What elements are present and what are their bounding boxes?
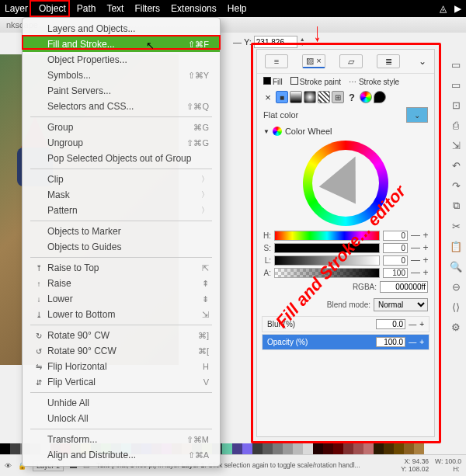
opacity-minus-icon[interactable]: —	[409, 338, 416, 346]
blur-minus-icon[interactable]: —	[409, 320, 416, 328]
tool-new-icon[interactable]: ▭	[451, 57, 461, 71]
menu-item[interactable]: ⤒Raise to Top⇱	[23, 260, 220, 276]
palette-color[interactable]	[0, 443, 10, 454]
menu-item[interactable]: ⇋Flip HorizontalH	[23, 359, 220, 374]
menu-path[interactable]: Path	[77, 3, 96, 14]
menu-item[interactable]: Ungroup⇧⌘G	[23, 135, 220, 151]
spin-down-icon[interactable]: ▼	[300, 42, 305, 47]
subtab-fill[interactable]: Fill	[263, 77, 283, 86]
palette-color[interactable]	[313, 443, 323, 454]
slider-value[interactable]: 0	[383, 255, 408, 266]
plus-icon[interactable]: +	[422, 267, 429, 278]
menu-item[interactable]: Align and Distribute...⇧⌘A	[23, 447, 220, 463]
slider-value[interactable]: 100	[383, 268, 408, 278]
palette-color[interactable]	[394, 443, 404, 454]
menu-item[interactable]: Mask〉	[23, 187, 220, 203]
menu-item[interactable]: Layers and Objects...	[23, 21, 220, 36]
palette-color[interactable]	[10, 443, 20, 454]
palette-color[interactable]	[283, 443, 293, 454]
palette-color[interactable]	[232, 443, 242, 454]
menu-item[interactable]: ⤓Lower to Bottom⇲	[23, 307, 220, 322]
minus-icon[interactable]: —	[411, 230, 419, 241]
disclosure-triangle-icon[interactable]: ▼	[263, 128, 270, 135]
tool-paste-icon[interactable]: 📋	[450, 239, 462, 253]
tool-save-icon[interactable]: ⊡	[452, 98, 461, 112]
tool-open-icon[interactable]: ▭	[451, 78, 461, 92]
panel-tab-4[interactable]: ≣	[377, 54, 400, 68]
minus-icon[interactable]: —	[411, 267, 419, 278]
tool-prefs-icon[interactable]: ⚙	[451, 320, 461, 334]
tool-zoom-out-icon[interactable]: ⊖	[452, 280, 461, 294]
mode-linear-icon[interactable]	[290, 91, 302, 103]
mode-none-icon[interactable]: ×	[262, 91, 274, 103]
palette-color[interactable]	[242, 443, 252, 454]
tool-undo-icon[interactable]: ↶	[452, 158, 461, 172]
tool-xml-icon[interactable]: ⟨⟩	[452, 300, 460, 314]
menu-item[interactable]: Transform...⇧⌘M	[23, 432, 220, 447]
blend-select[interactable]: Normal	[374, 298, 428, 311]
slider-value[interactable]: 0	[383, 243, 408, 253]
palette-color[interactable]	[333, 443, 343, 454]
panel-tab-fill-stroke[interactable]: ▨ ×	[302, 54, 325, 68]
plus-icon[interactable]: +	[422, 255, 429, 266]
menu-item[interactable]: Symbols...⇧⌘Y	[23, 68, 220, 83]
subtab-stroke-paint[interactable]: Stroke paint	[290, 77, 341, 86]
menu-item[interactable]: Pattern〉	[23, 203, 220, 218]
menu-item[interactable]: Object Properties...	[23, 52, 220, 68]
panel-tab-1[interactable]: ≡	[265, 54, 288, 68]
menu-item[interactable]: Unhide All	[23, 395, 220, 411]
palette-color[interactable]	[414, 443, 424, 454]
menu-text[interactable]: Text	[106, 3, 123, 14]
tool-export-icon[interactable]: ⇲	[452, 138, 461, 152]
palette-color[interactable]	[374, 443, 384, 454]
palette-color[interactable]	[222, 443, 232, 454]
menu-item[interactable]: Pop Selected Objects out of Group	[23, 151, 220, 166]
layer-visibility-icon[interactable]: 👁	[5, 462, 12, 470]
plus-icon[interactable]: +	[422, 242, 429, 253]
menu-item[interactable]: ↺Rotate 90° CCW⌘[	[23, 343, 220, 359]
spin-down-icon[interactable]: —	[233, 37, 242, 47]
blur-plus-icon[interactable]: +	[419, 320, 424, 328]
menu-item[interactable]: ↑Raise⇞	[23, 276, 220, 291]
menu-item[interactable]: ⇵Flip VerticalV	[23, 374, 220, 390]
mode-flat-icon[interactable]: ■	[276, 91, 288, 103]
notification-icon[interactable]: ◬	[440, 3, 447, 14]
opacity-input[interactable]	[376, 337, 405, 347]
palette-color[interactable]	[303, 443, 313, 454]
rgba-input[interactable]	[380, 281, 428, 293]
palette-color[interactable]	[404, 443, 414, 454]
mode-unknown-icon[interactable]: ?	[346, 91, 358, 103]
palette-color[interactable]	[263, 443, 273, 454]
mode-swatch-icon[interactable]: ⊞	[332, 91, 344, 103]
panel-tab-3[interactable]: ▱	[339, 54, 363, 68]
minus-icon[interactable]: —	[411, 255, 419, 266]
menu-item[interactable]: Selectors and CSS...⇧⌘Q	[23, 99, 220, 114]
menu-extensions[interactable]: Extensions	[171, 3, 217, 14]
panel-menu-chevron-icon[interactable]: ⌄	[419, 56, 426, 67]
menu-item[interactable]: ↻Rotate 90° CW⌘]	[23, 328, 220, 343]
coord-y-input[interactable]	[254, 36, 297, 48]
mode-mesh-icon[interactable]	[360, 91, 372, 103]
palette-color[interactable]	[343, 443, 353, 454]
palette-color[interactable]	[252, 443, 263, 454]
mode-radial-icon[interactable]	[304, 91, 316, 103]
menu-item[interactable]: Clip〉	[23, 172, 220, 187]
menu-item[interactable]: Objects to Marker	[23, 224, 220, 239]
tool-print-icon[interactable]: ⎙	[453, 118, 459, 132]
palette-color[interactable]	[353, 443, 363, 454]
menu-filters[interactable]: Filters	[134, 3, 160, 14]
minus-icon[interactable]: —	[411, 242, 419, 253]
palette-color[interactable]	[323, 443, 333, 454]
palette-color[interactable]	[384, 443, 394, 454]
menu-layer[interactable]: Layer	[5, 3, 28, 14]
mode-pattern-icon[interactable]	[318, 91, 330, 103]
plus-icon[interactable]: +	[422, 230, 429, 241]
tool-cut-icon[interactable]: ✂	[452, 219, 461, 233]
menu-item[interactable]: Objects to Guides	[23, 239, 220, 255]
menu-help[interactable]: Help	[228, 3, 247, 14]
color-swatch[interactable]: ⌄	[406, 107, 428, 123]
subtab-stroke-style[interactable]: ⋯ Stroke style	[349, 78, 399, 86]
menu-item[interactable]: Group⌘G	[23, 120, 220, 135]
palette-color[interactable]	[273, 443, 283, 454]
palette-color[interactable]	[293, 443, 303, 454]
